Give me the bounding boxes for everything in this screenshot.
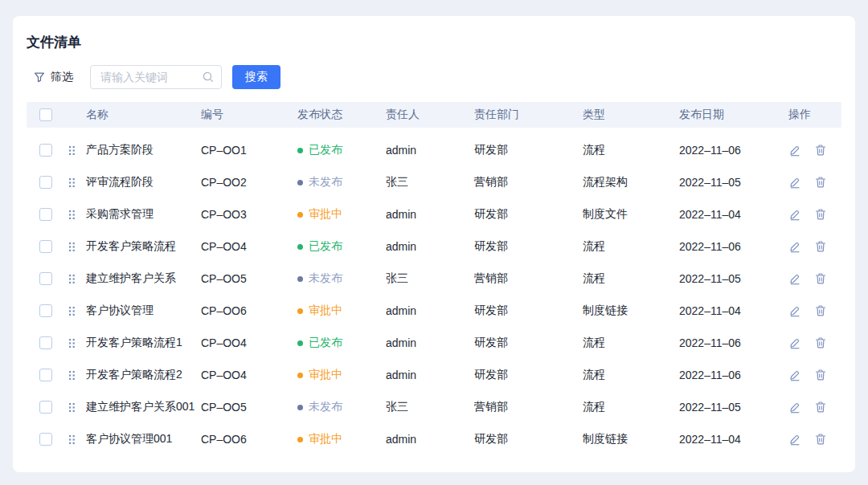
column-header-code[interactable]: 编号 bbox=[201, 108, 297, 122]
column-header-ops: 操作 bbox=[788, 108, 841, 122]
cell-operations bbox=[788, 336, 841, 349]
cell-name: 客户协议管理 bbox=[86, 304, 201, 318]
cell-operations bbox=[788, 401, 841, 414]
header-check-cell bbox=[27, 108, 68, 121]
column-header-name[interactable]: 名称 bbox=[86, 108, 201, 122]
cell-dept: 研发部 bbox=[474, 368, 583, 382]
table-row: 开发客户策略流程2 CP–OO4 审批中 admin 研发部 流程 2022–1… bbox=[27, 359, 841, 391]
cell-name: 开发客户策略流程1 bbox=[86, 336, 201, 350]
cell-date: 2022–11–06 bbox=[679, 369, 788, 381]
table-row: 产品方案阶段 CP–OO1 已发布 admin 研发部 流程 2022–11–0… bbox=[27, 134, 841, 166]
delete-button[interactable] bbox=[814, 272, 827, 285]
cell-code: CP–OO6 bbox=[201, 304, 297, 317]
delete-button[interactable] bbox=[814, 176, 827, 189]
select-all-checkbox[interactable] bbox=[39, 108, 52, 121]
row-checkbox[interactable] bbox=[39, 144, 52, 157]
edit-button[interactable] bbox=[788, 401, 801, 414]
row-checkbox[interactable] bbox=[39, 304, 52, 317]
row-drag-cell bbox=[68, 177, 86, 188]
edit-button[interactable] bbox=[788, 369, 801, 381]
drag-handle-icon[interactable] bbox=[68, 177, 76, 188]
edit-button[interactable] bbox=[788, 433, 801, 446]
status-label: 未发布 bbox=[309, 175, 342, 190]
drag-handle-icon[interactable] bbox=[68, 402, 76, 413]
search-button[interactable]: 搜索 bbox=[232, 65, 280, 89]
drag-handle-icon[interactable] bbox=[68, 145, 76, 156]
cell-owner: 张三 bbox=[386, 400, 474, 414]
cell-type: 流程架构 bbox=[583, 175, 679, 190]
column-header-dept[interactable]: 责任部门 bbox=[474, 108, 583, 122]
edit-button[interactable] bbox=[788, 336, 801, 349]
delete-button[interactable] bbox=[814, 144, 827, 157]
drag-handle-icon[interactable] bbox=[68, 210, 76, 220]
cell-date: 2022–11–04 bbox=[679, 304, 788, 317]
row-drag-cell bbox=[68, 370, 86, 381]
cell-code: CP–OO1 bbox=[201, 144, 297, 157]
delete-button[interactable] bbox=[814, 208, 827, 221]
delete-button[interactable] bbox=[814, 336, 827, 349]
search-icon[interactable] bbox=[202, 71, 215, 84]
row-check-cell bbox=[27, 304, 68, 317]
column-header-date[interactable]: 发布日期 bbox=[679, 108, 788, 122]
cell-type: 制度文件 bbox=[583, 207, 679, 222]
row-checkbox[interactable] bbox=[39, 176, 52, 189]
drag-handle-icon[interactable] bbox=[68, 306, 76, 316]
toolbar: 筛选 搜索 bbox=[27, 65, 841, 89]
drag-handle-icon[interactable] bbox=[68, 338, 76, 348]
page-title: 文件清单 bbox=[27, 34, 841, 51]
delete-button[interactable] bbox=[814, 304, 827, 317]
cell-status: 已发布 bbox=[297, 336, 386, 350]
delete-button[interactable] bbox=[814, 240, 827, 253]
status-dot-icon bbox=[297, 437, 303, 442]
row-checkbox[interactable] bbox=[39, 208, 52, 221]
drag-handle-icon[interactable] bbox=[68, 370, 76, 381]
row-check-cell bbox=[27, 176, 68, 189]
drag-handle-icon[interactable] bbox=[68, 434, 76, 445]
drag-handle-icon[interactable] bbox=[68, 242, 76, 252]
cell-operations bbox=[788, 144, 841, 157]
drag-handle-icon[interactable] bbox=[68, 274, 76, 284]
filter-button[interactable]: 筛选 bbox=[34, 70, 73, 84]
edit-button[interactable] bbox=[788, 176, 801, 189]
row-checkbox[interactable] bbox=[39, 401, 52, 414]
row-checkbox[interactable] bbox=[39, 336, 52, 349]
edit-button[interactable] bbox=[788, 272, 801, 285]
column-header-status[interactable]: 发布状态 bbox=[297, 108, 386, 122]
cell-status: 审批中 bbox=[297, 304, 386, 318]
cell-operations bbox=[788, 208, 841, 221]
cell-dept: 营销部 bbox=[474, 400, 583, 414]
delete-button[interactable] bbox=[814, 369, 827, 381]
delete-button[interactable] bbox=[814, 433, 827, 446]
row-checkbox[interactable] bbox=[39, 369, 52, 381]
delete-button[interactable] bbox=[814, 401, 827, 414]
cell-type: 流程 bbox=[583, 239, 679, 254]
column-header-owner[interactable]: 责任人 bbox=[386, 108, 474, 122]
edit-button[interactable] bbox=[788, 304, 801, 317]
cell-code: CP–OO4 bbox=[201, 240, 297, 253]
status-label: 审批中 bbox=[309, 432, 342, 446]
status-dot-icon bbox=[297, 244, 303, 250]
row-checkbox[interactable] bbox=[39, 240, 52, 253]
row-checkbox[interactable] bbox=[39, 272, 52, 285]
cell-owner: admin bbox=[386, 240, 474, 253]
cell-code: CP–OO2 bbox=[201, 176, 297, 189]
cell-date: 2022–11–06 bbox=[679, 336, 788, 349]
cell-type: 制度链接 bbox=[583, 304, 679, 318]
row-checkbox[interactable] bbox=[39, 433, 52, 446]
column-header-type[interactable]: 类型 bbox=[583, 108, 679, 122]
cell-owner: admin bbox=[386, 336, 474, 349]
cell-dept: 研发部 bbox=[474, 336, 583, 350]
edit-button[interactable] bbox=[788, 240, 801, 253]
row-check-cell bbox=[27, 144, 68, 157]
row-check-cell bbox=[27, 401, 68, 414]
cell-date: 2022–11–05 bbox=[679, 272, 788, 285]
edit-button[interactable] bbox=[788, 208, 801, 221]
edit-button[interactable] bbox=[788, 144, 801, 157]
filter-icon bbox=[34, 71, 45, 83]
cell-code: CP–OO6 bbox=[201, 433, 297, 446]
row-drag-cell bbox=[68, 274, 86, 284]
status-label: 已发布 bbox=[309, 336, 342, 350]
cell-status: 已发布 bbox=[297, 143, 386, 157]
cell-name: 评审流程阶段 bbox=[86, 175, 201, 190]
cell-type: 流程 bbox=[583, 143, 679, 157]
